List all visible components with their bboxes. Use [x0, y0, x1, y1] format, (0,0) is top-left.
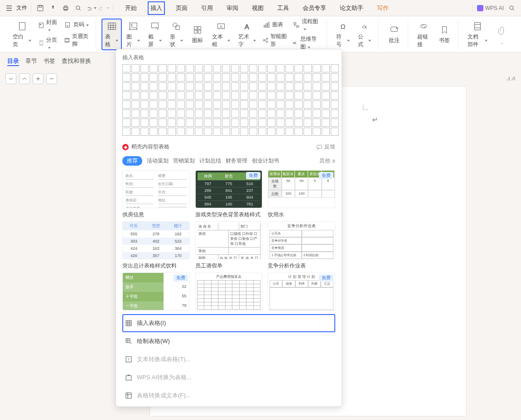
symbol-button[interactable]: Ω 符号 — [333, 19, 353, 50]
menu-review[interactable]: 审阅 — [224, 1, 241, 15]
svg-rect-20 — [130, 23, 137, 29]
svg-rect-50 — [474, 22, 480, 30]
page-break-button[interactable]: 分页 — [36, 35, 61, 51]
shape-icon — [170, 20, 182, 32]
tag-recommend[interactable]: 推荐 — [122, 156, 142, 166]
dropdown-title: 插入表格 — [122, 54, 335, 62]
table-size-picker[interactable] — [122, 64, 335, 136]
menu-tools[interactable]: 工具 — [275, 1, 292, 15]
template-green-stripe[interactable]: 免费 螺丝42扳手22十字批55一字批78头盔90 — [122, 272, 190, 310]
insert-table-dropdown: 插入表格 ◆ 稻壳内容型表格 反馈 推荐 活动策划 营销策划 计划总结 财务管理… — [116, 49, 342, 407]
shape-button[interactable]: 形状 — [166, 19, 187, 50]
menu-ref[interactable]: 引用 — [198, 1, 216, 15]
svg-rect-3 — [64, 6, 67, 7]
template-name: 员工请假单 — [195, 260, 263, 270]
smartart-button[interactable]: 智能图形 — [260, 32, 289, 49]
chart-icon — [262, 21, 270, 29]
svg-rect-39 — [294, 22, 295, 24]
icons-icon — [192, 24, 203, 36]
page-number-button[interactable]: #页码 — [62, 20, 92, 30]
tag-item[interactable]: 财务管理 — [226, 157, 247, 165]
svg-point-5 — [76, 6, 80, 10]
feedback-link[interactable]: 反馈 — [316, 143, 335, 151]
redo-icon[interactable] — [98, 3, 109, 14]
template-name: 饮用水 — [268, 209, 335, 219]
template-tags: 推荐 活动策划 营销策划 计划总结 财务管理 创业计划书 其他 ≡ — [122, 153, 335, 168]
tag-other[interactable]: 其他 ≡ — [319, 157, 335, 165]
flowchart-button[interactable]: 流程图 — [290, 17, 323, 33]
preview-icon[interactable] — [73, 3, 84, 14]
collapse-up-button[interactable] — [19, 73, 30, 84]
tag-item[interactable]: 活动策划 — [147, 157, 169, 165]
screenshot-button[interactable]: 截屏 — [145, 19, 165, 50]
break-icon — [38, 39, 44, 47]
cmd-ai-to-table: WPS AI转换为表格... — [122, 368, 335, 387]
table-button[interactable]: 表格 — [101, 19, 122, 50]
icon-button[interactable]: 图标 — [188, 22, 207, 46]
cursor-mark: ↵ — [372, 115, 378, 124]
chart-button[interactable]: 图表 — [260, 20, 289, 30]
template-competition-analysis[interactable]: 竞争分析作业表 公司名竞争对手是竞争情况1.市场占有率比较2.利润比较 — [268, 221, 335, 259]
template-plan[interactable]: 免费 计 划 管 理 计 划 公司政务利率列表汇总 — [268, 272, 335, 310]
tab-find[interactable]: 查找和替换 — [62, 57, 91, 66]
menu-start[interactable]: 开始 — [122, 1, 140, 15]
textbox-icon: A — [215, 20, 227, 32]
docparts-button[interactable]: 文档部件 — [464, 19, 491, 50]
bookmark-button[interactable]: 书签 — [434, 22, 454, 46]
template-drinks-total[interactable]: 可乐雪碧橙汁 555278182303402522424163364420357… — [122, 221, 190, 259]
tag-item[interactable]: 营销策划 — [173, 157, 195, 165]
tab-bookmark[interactable]: 书签 — [43, 57, 55, 66]
template-housing-info[interactable]: 姓名:性别:民族:身份证:户口性质: 籍贯:出生日期:学历:地址: — [122, 170, 190, 208]
menu-icon[interactable] — [4, 3, 14, 14]
save-icon[interactable] — [35, 3, 46, 14]
menu-thesis[interactable]: 论文助手 — [337, 1, 366, 15]
mindmap-icon — [292, 39, 299, 47]
template-water[interactable]: 免费 饮用水瓶装水桑水直饮水X²型 合格数505056总数100100 — [268, 170, 335, 208]
svg-text:Ω: Ω — [341, 23, 346, 30]
sync-icon[interactable] — [48, 3, 58, 14]
menu-view[interactable]: 视图 — [249, 1, 266, 15]
svg-rect-54 — [126, 320, 131, 326]
cmd-draw-table[interactable]: 绘制表格(W) — [122, 332, 335, 350]
tab-toc[interactable]: 目录 — [7, 57, 19, 66]
svg-rect-35 — [268, 22, 270, 27]
header-footer-button[interactable]: 页眉页脚 — [62, 32, 92, 49]
menu-write[interactable]: 写作 — [374, 1, 391, 15]
menu-vip[interactable]: 会员专享 — [300, 1, 329, 15]
menu-insert[interactable]: 插入 — [148, 1, 165, 15]
template-budget-grid[interactable]: 产品费用预算表 — [195, 272, 263, 310]
svg-rect-33 — [264, 25, 265, 27]
hyperlink-button[interactable]: 超链接 — [414, 19, 434, 50]
attachment-button[interactable] — [492, 23, 512, 46]
ribbon: 空白页 封面 分页 #页码 页眉页脚 表格 图片 截屏 形状 图标 — [0, 16, 521, 52]
comment-button[interactable]: 批注 — [384, 22, 404, 46]
remove-button[interactable] — [46, 73, 57, 84]
tag-item[interactable]: 创业计划书 — [252, 157, 279, 165]
template-leave-form[interactable]: 请 假 条部门离假口婚假 口外假 口事假 口丧假 口产假 口其他事由期限自 年 … — [195, 221, 263, 259]
file-menu[interactable]: 文件 — [16, 4, 27, 12]
template-dark-game[interactable]: 免费 休闲射击 79777551628984123754519560488414… — [195, 170, 263, 208]
collapse-down-button[interactable] — [5, 73, 16, 84]
svg-rect-27 — [198, 27, 201, 29]
cover-button[interactable]: 封面 — [36, 18, 61, 33]
wps-ai-button[interactable]: WPS AI — [477, 5, 504, 11]
menu-page[interactable]: 页面 — [173, 1, 190, 15]
search-icon[interactable] — [507, 3, 517, 14]
add-button[interactable] — [33, 73, 43, 84]
cmd-insert-table[interactable]: 插入表格(I) — [122, 314, 335, 332]
wordart-button[interactable]: A 艺术字 — [235, 19, 260, 50]
comment-icon — [388, 24, 400, 36]
print-icon[interactable] — [60, 3, 71, 14]
ai-table-icon — [124, 373, 133, 382]
tab-chapter[interactable]: 章节 — [25, 57, 37, 66]
undo-icon[interactable] — [86, 3, 96, 14]
picture-button[interactable]: 图片 — [123, 19, 144, 50]
text-table-icon: T — [124, 355, 133, 364]
svg-text:√x: √x — [362, 24, 367, 29]
blank-page-button[interactable]: 空白页 — [9, 19, 35, 50]
tag-item[interactable]: 计划总结 — [199, 157, 221, 165]
svg-rect-64 — [126, 376, 131, 380]
svg-rect-26 — [194, 27, 197, 29]
textbox-button[interactable]: A 文本框 — [208, 19, 233, 50]
formula-button[interactable]: √x 公式 — [354, 19, 375, 50]
